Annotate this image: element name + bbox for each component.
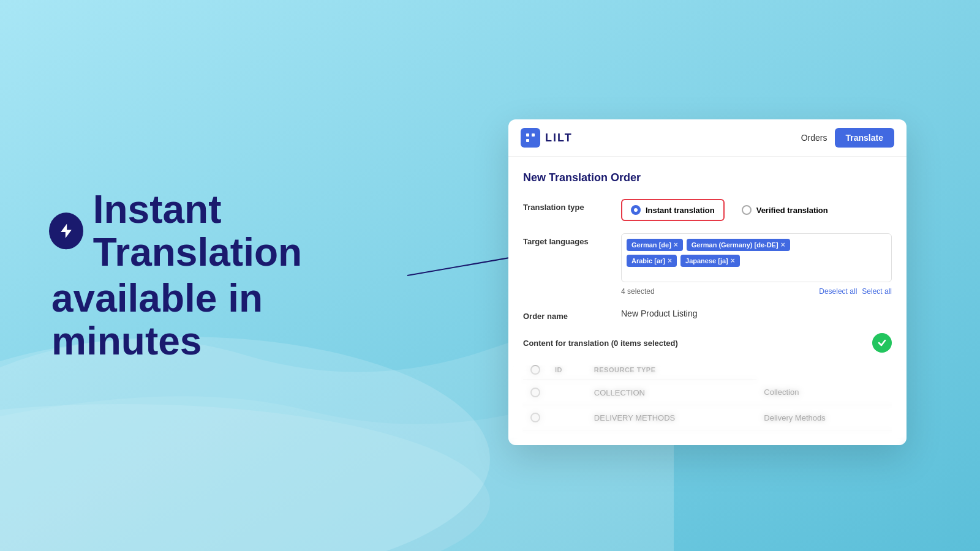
lang-tag-german-germany-remove[interactable]: × [781, 241, 785, 249]
deselect-all-btn[interactable]: Deselect all [819, 287, 857, 296]
svg-marker-3 [61, 224, 72, 238]
translation-type-label: Translation type [523, 199, 621, 212]
lang-tags-area[interactable]: German [de] × German (Germany) [de-DE] ×… [621, 233, 892, 282]
instant-translation-option[interactable]: Instant translation [621, 199, 725, 221]
content-section-title: Content for translation (0 items selecte… [523, 339, 678, 348]
verified-translation-label: Verified translation [756, 206, 828, 215]
lightning-icon [49, 213, 83, 250]
lang-tag-japanese[interactable]: Japanese [ja] × [680, 255, 740, 267]
hero-title-line2: available in minutes [49, 277, 417, 363]
lilt-logo-icon [521, 128, 540, 148]
form-title: New Translation Order [523, 171, 892, 184]
order-name-label: Order name [523, 308, 621, 321]
hero-title-line1: Instant Translation [49, 188, 417, 274]
instant-translation-label: Instant translation [646, 206, 715, 215]
translation-type-options: Instant translation Verified translation [621, 199, 892, 221]
tags-actions: Deselect all Select all [819, 287, 892, 296]
instant-radio-dot [631, 205, 641, 215]
svg-point-2 [0, 404, 490, 551]
translation-type-row: Translation type Instant translation Ver… [523, 199, 892, 221]
select-all-btn[interactable]: Select all [862, 287, 892, 296]
lang-tag-japanese-remove[interactable]: × [731, 257, 735, 265]
order-name-value: New Product Listing [621, 305, 698, 318]
verified-radio-dot [742, 205, 752, 215]
lilt-logo-text: LILT [545, 132, 573, 144]
check-icon [872, 333, 892, 353]
content-section-header: Content for translation (0 items selecte… [523, 333, 892, 353]
verified-translation-option[interactable]: Verified translation [732, 199, 838, 221]
svg-rect-8 [526, 139, 529, 142]
lang-tag-german-de[interactable]: German [de] × [627, 239, 683, 251]
target-languages-label: Target languages [523, 233, 621, 246]
lang-tag-arabic-remove[interactable]: × [668, 257, 672, 265]
svg-point-1 [0, 337, 490, 551]
app-window: LILT Orders Translate New Translation Or… [508, 119, 907, 445]
translate-button[interactable]: Translate [835, 128, 894, 148]
blurred-reflection [508, 365, 907, 445]
svg-rect-7 [532, 133, 535, 137]
target-languages-row: Target languages German [de] × German (G… [523, 233, 892, 296]
nav-bar: LILT Orders Translate [508, 119, 907, 157]
nav-orders-link[interactable]: Orders [801, 133, 827, 143]
order-name-control: New Product Listing [621, 308, 892, 319]
order-name-row: Order name New Product Listing [523, 308, 892, 321]
lang-tag-german-de-remove[interactable]: × [674, 241, 678, 249]
tags-footer: 4 selected Deselect all Select all [621, 287, 892, 296]
hero-text-block: Instant Translation available in minutes [49, 188, 417, 363]
svg-rect-6 [526, 133, 529, 137]
lang-tag-german-germany[interactable]: German (Germany) [de-DE] × [687, 239, 790, 251]
target-languages-control: German [de] × German (Germany) [de-DE] ×… [621, 233, 892, 296]
lang-tag-arabic[interactable]: Arabic [ar] × [627, 255, 677, 267]
lang-tags-row-2: Arabic [ar] × Japanese [ja] × [627, 255, 886, 267]
lang-tags-row-1: German [de] × German (Germany) [de-DE] × [627, 239, 886, 251]
tags-count: 4 selected [621, 287, 655, 296]
lilt-logo: LILT [521, 128, 573, 148]
